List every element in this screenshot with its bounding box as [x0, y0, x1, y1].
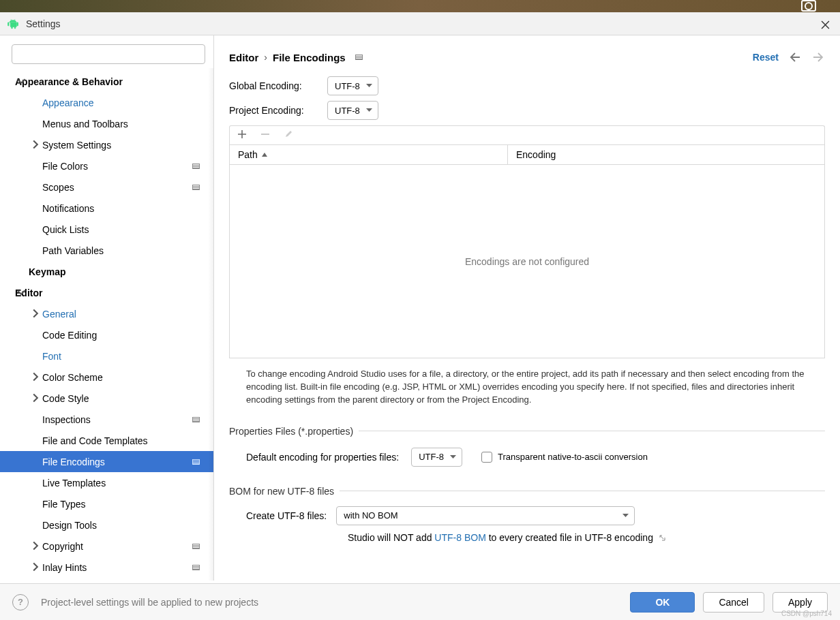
project-badge-icon: [192, 164, 200, 169]
tree-item-notifications[interactable]: Notifications: [0, 198, 213, 219]
tree-item-label: Code Style: [42, 393, 89, 404]
tree-item-copyright[interactable]: Copyright: [0, 536, 213, 557]
project-encoding-select[interactable]: UTF-8: [327, 101, 378, 120]
settings-tree[interactable]: Appearance & BehaviorAppearanceMenus and…: [0, 69, 213, 580]
table-toolbar: [229, 125, 825, 144]
bom-select[interactable]: with NO BOM: [336, 506, 635, 525]
tree-item-label: Inlay Hints: [42, 562, 87, 573]
properties-default-label: Default encoding for properties files:: [246, 452, 399, 463]
tree-item-label: Code Editing: [42, 330, 97, 341]
breadcrumb-sep: ›: [264, 52, 267, 63]
properties-legend: Properties Files (*.properties): [229, 426, 353, 437]
back-button[interactable]: [788, 50, 802, 64]
project-badge-icon: [192, 459, 200, 465]
tree-item-label: Keymap: [29, 266, 65, 277]
tree-item-file-colors[interactable]: File Colors: [0, 155, 213, 176]
chevron-right-icon: [31, 541, 40, 551]
apply-button[interactable]: Apply: [772, 592, 828, 613]
tree-item-keymap[interactable]: Keymap: [0, 261, 213, 282]
reset-button[interactable]: Reset: [753, 52, 779, 63]
chevron-down-icon: [450, 455, 456, 459]
bom-note: Studio will NOT add UTF-8 BOM to every c…: [229, 525, 825, 543]
tree-item-general[interactable]: General: [0, 303, 213, 324]
tree-item-code-editing[interactable]: Code Editing: [0, 324, 213, 345]
tree-item-label: General: [42, 309, 76, 320]
tree-item-label: Font: [42, 351, 61, 362]
transparent-checkbox[interactable]: [481, 452, 492, 463]
tree-item-appearance[interactable]: Appearance: [0, 92, 213, 113]
chevron-down-icon: [16, 288, 26, 297]
external-link-icon: [659, 534, 665, 541]
forward-button[interactable]: [811, 50, 825, 64]
project-badge-icon: [355, 55, 363, 60]
encoding-column-header[interactable]: Encoding: [508, 145, 824, 164]
footer-note: Project-level settings will be applied t…: [41, 597, 258, 608]
tree-item-system-settings[interactable]: System Settings: [0, 134, 213, 155]
encoding-table-body: Encodings are not configured: [229, 165, 825, 358]
breadcrumb-root[interactable]: Editor: [229, 52, 258, 63]
empty-state-text: Encodings are not configured: [465, 256, 589, 267]
close-button[interactable]: [817, 16, 833, 33]
transparent-label: Transparent native-to-ascii conversion: [498, 452, 648, 462]
chevron-down-icon: [16, 76, 26, 86]
tree-item-file-encodings[interactable]: File Encodings: [0, 451, 213, 472]
tree-item-label: Scopes: [42, 182, 74, 193]
add-button[interactable]: [238, 130, 246, 140]
tree-item-label: Quick Lists: [42, 224, 89, 235]
tree-item-font[interactable]: Font: [0, 345, 213, 367]
tree-item-file-types[interactable]: File Types: [0, 493, 213, 514]
tree-item-label: File Types: [42, 499, 86, 510]
tree-item-design-tools[interactable]: Design Tools: [0, 514, 213, 536]
tree-item-path-variables[interactable]: Path Variables: [0, 240, 213, 261]
search-input[interactable]: [12, 44, 205, 64]
global-encoding-label: Global Encoding:: [229, 80, 327, 91]
tree-item-live-templates[interactable]: Live Templates: [0, 472, 213, 493]
desktop-strip: [0, 0, 840, 12]
main-panel: Editor › File Encodings Reset Global Enc…: [214, 35, 840, 580]
table-header: Path Encoding: [229, 144, 825, 165]
project-encoding-value: UTF-8: [335, 106, 360, 116]
tree-item-label: File Colors: [42, 161, 88, 172]
tree-item-appearance-behavior[interactable]: Appearance & Behavior: [0, 71, 213, 92]
sort-asc-icon: [262, 153, 267, 157]
chevron-down-icon: [366, 84, 372, 88]
dialog-footer: ? Project-level settings will be applied…: [0, 583, 840, 620]
camera-icon: [801, 0, 816, 12]
help-text: To change encoding Android Studio uses f…: [229, 358, 825, 407]
tree-item-editor[interactable]: Editor: [0, 282, 213, 303]
bom-link[interactable]: UTF-8 BOM: [434, 532, 485, 543]
properties-encoding-select[interactable]: UTF-8: [411, 448, 462, 467]
project-badge-icon: [192, 417, 200, 422]
project-badge-icon: [192, 544, 200, 549]
divider: [359, 431, 825, 431]
titlebar: Settings: [0, 12, 840, 35]
tree-item-inspections[interactable]: Inspections: [0, 409, 213, 430]
tree-item-label: Live Templates: [42, 478, 106, 489]
tree-item-label: Appearance: [42, 97, 94, 108]
path-column-header[interactable]: Path: [230, 145, 508, 164]
divider: [340, 491, 825, 491]
tree-item-quick-lists[interactable]: Quick Lists: [0, 219, 213, 240]
tree-item-menus-and-toolbars[interactable]: Menus and Toolbars: [0, 113, 213, 134]
bom-legend: BOM for new UTF-8 files: [229, 486, 334, 497]
tree-item-code-style[interactable]: Code Style: [0, 388, 213, 409]
tree-item-scopes[interactable]: Scopes: [0, 176, 213, 198]
cancel-button[interactable]: Cancel: [703, 592, 764, 613]
breadcrumb-leaf: File Encodings: [273, 52, 346, 63]
tree-item-label: File Encodings: [42, 456, 105, 467]
tree-item-color-scheme[interactable]: Color Scheme: [0, 367, 213, 388]
ok-button[interactable]: OK: [630, 592, 695, 613]
bom-create-label: Create UTF-8 files:: [246, 510, 327, 521]
arrow-left-icon: [790, 52, 800, 62]
tree-item-label: Copyright: [42, 541, 83, 552]
tree-item-label: Design Tools: [42, 520, 97, 531]
global-encoding-select[interactable]: UTF-8: [327, 76, 378, 95]
tree-item-file-and-code-templates[interactable]: File and Code Templates: [0, 430, 213, 451]
plus-icon: [238, 130, 246, 138]
project-encoding-label: Project Encoding:: [229, 105, 327, 116]
tree-item-label: Appearance & Behavior: [15, 76, 123, 87]
tree-item-label: File and Code Templates: [42, 435, 148, 446]
tree-item-inlay-hints[interactable]: Inlay Hints: [0, 557, 213, 578]
help-button[interactable]: ?: [12, 594, 29, 610]
pencil-icon: [284, 130, 292, 138]
